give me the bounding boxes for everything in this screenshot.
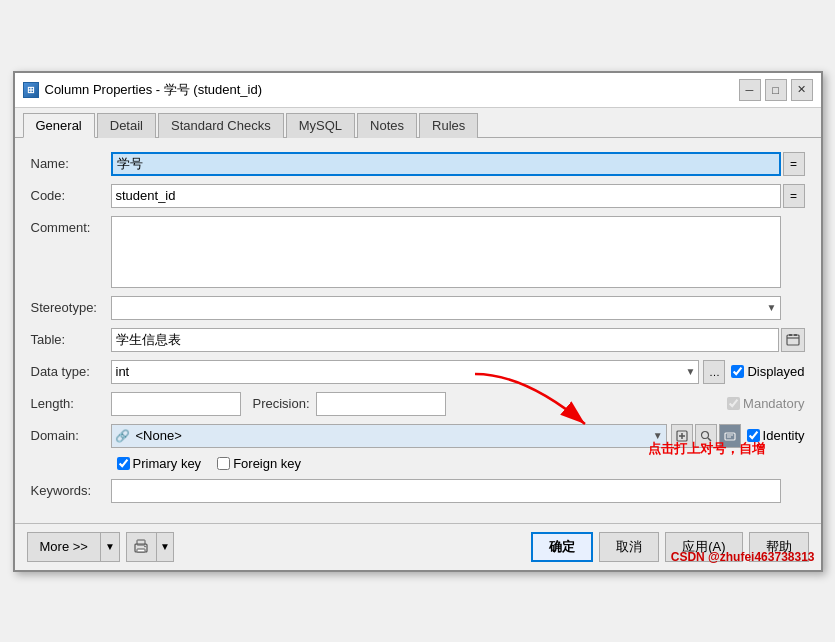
- more-button-group: More >> ▼: [27, 532, 120, 562]
- stereotype-label: Stereotype:: [31, 300, 111, 315]
- datatype-buttons: …: [703, 360, 725, 384]
- table-browse-button[interactable]: [781, 328, 805, 352]
- svg-rect-2: [794, 334, 797, 336]
- precision-input[interactable]: [316, 392, 446, 416]
- table-row: Table:: [31, 328, 805, 352]
- mandatory-group: Mandatory: [727, 396, 804, 411]
- minimize-button[interactable]: ─: [739, 79, 761, 101]
- keywords-row: Keywords:: [31, 479, 805, 503]
- print-button-group: ▼: [126, 532, 174, 562]
- keywords-input[interactable]: [111, 479, 781, 503]
- svg-rect-1: [789, 334, 792, 336]
- domain-new-button[interactable]: [671, 424, 693, 448]
- foreign-key-checkbox-label[interactable]: Foreign key: [217, 456, 301, 471]
- tab-standard-checks[interactable]: Standard Checks: [158, 113, 284, 138]
- window-title: Column Properties - 学号 (student_id): [45, 81, 262, 99]
- stereotype-select[interactable]: [111, 296, 781, 320]
- table-input[interactable]: [111, 328, 779, 352]
- comment-label: Comment:: [31, 216, 111, 235]
- domain-properties-button[interactable]: [719, 424, 741, 448]
- datatype-select-wrapper: int varchar float date ▼: [111, 360, 700, 384]
- mandatory-label-text: Mandatory: [743, 396, 804, 411]
- tab-mysql[interactable]: MySQL: [286, 113, 355, 138]
- datatype-row: Data type: int varchar float date ▼ … Di…: [31, 360, 805, 384]
- name-label: Name:: [31, 156, 111, 171]
- key-row: Primary key Foreign key: [111, 456, 805, 471]
- more-arrow-button[interactable]: ▼: [100, 532, 120, 562]
- properties-icon: [724, 430, 736, 442]
- svg-point-16: [145, 545, 147, 547]
- confirm-button[interactable]: 确定: [531, 532, 593, 562]
- tab-bar: General Detail Standard Checks MySQL Not…: [15, 108, 821, 138]
- tab-rules[interactable]: Rules: [419, 113, 478, 138]
- svg-rect-0: [787, 335, 799, 345]
- datatype-select[interactable]: int varchar float date: [111, 360, 700, 384]
- precision-label: Precision:: [253, 396, 310, 411]
- keywords-label: Keywords:: [31, 483, 111, 498]
- length-label: Length:: [31, 396, 111, 411]
- browse-icon: [786, 333, 800, 347]
- domain-buttons: [671, 424, 741, 448]
- name-eq-button[interactable]: =: [783, 152, 805, 176]
- new-icon: [676, 430, 688, 442]
- domain-select[interactable]: <None>: [111, 424, 667, 448]
- code-input[interactable]: [111, 184, 781, 208]
- print-button[interactable]: [126, 532, 156, 562]
- length-input[interactable]: [111, 392, 241, 416]
- datatype-browse-button[interactable]: …: [703, 360, 725, 384]
- domain-row: Domain: 🔗 <None> ▼: [31, 424, 805, 448]
- displayed-checkbox[interactable]: [731, 365, 744, 378]
- code-eq-button[interactable]: =: [783, 184, 805, 208]
- length-precision-row: Length: Precision: Mandatory: [31, 392, 805, 416]
- domain-select-wrapper: 🔗 <None> ▼: [111, 424, 667, 448]
- annotation-container: Domain: 🔗 <None> ▼: [31, 424, 805, 448]
- title-bar: ⊞ Column Properties - 学号 (student_id) ─ …: [15, 73, 821, 108]
- foreign-key-label: Foreign key: [233, 456, 301, 471]
- cancel-button[interactable]: 取消: [599, 532, 659, 562]
- tab-detail[interactable]: Detail: [97, 113, 156, 138]
- displayed-checkbox-label[interactable]: Displayed: [731, 364, 804, 379]
- more-button[interactable]: More >>: [27, 532, 100, 562]
- window-icon: ⊞: [23, 82, 39, 98]
- svg-line-8: [708, 438, 711, 441]
- code-row: Code: =: [31, 184, 805, 208]
- foreign-key-checkbox[interactable]: [217, 457, 230, 470]
- svg-point-7: [701, 431, 708, 438]
- table-label: Table:: [31, 332, 111, 347]
- primary-key-checkbox-label[interactable]: Primary key: [117, 456, 202, 471]
- primary-key-checkbox[interactable]: [117, 457, 130, 470]
- domain-browse-button[interactable]: [695, 424, 717, 448]
- tab-notes[interactable]: Notes: [357, 113, 417, 138]
- datatype-label: Data type:: [31, 364, 111, 379]
- identity-checkbox[interactable]: [747, 429, 760, 442]
- svg-rect-15: [137, 549, 145, 552]
- tab-general[interactable]: General: [23, 113, 95, 138]
- maximize-button[interactable]: □: [765, 79, 787, 101]
- name-input[interactable]: [111, 152, 781, 176]
- watermark: CSDN @zhufei463738313: [671, 550, 815, 564]
- name-row: Name: =: [31, 152, 805, 176]
- domain-label: Domain:: [31, 428, 111, 443]
- browse-icon2: [700, 430, 712, 442]
- window-controls: ─ □ ✕: [739, 79, 813, 101]
- code-label: Code:: [31, 188, 111, 203]
- form-content: Name: = Code: = Comment: Stereotype:: [15, 138, 821, 523]
- stereotype-select-wrapper: ▼: [111, 296, 781, 320]
- mandatory-checkbox: [727, 397, 740, 410]
- comment-textarea[interactable]: [111, 216, 781, 288]
- displayed-label: Displayed: [747, 364, 804, 379]
- identity-checkbox-label[interactable]: Identity: [747, 428, 805, 443]
- close-button[interactable]: ✕: [791, 79, 813, 101]
- stereotype-row: Stereotype: ▼: [31, 296, 805, 320]
- primary-key-label: Primary key: [133, 456, 202, 471]
- identity-label-text: Identity: [763, 428, 805, 443]
- print-icon: [133, 539, 149, 555]
- comment-row: Comment:: [31, 216, 805, 288]
- print-arrow-button[interactable]: ▼: [156, 532, 174, 562]
